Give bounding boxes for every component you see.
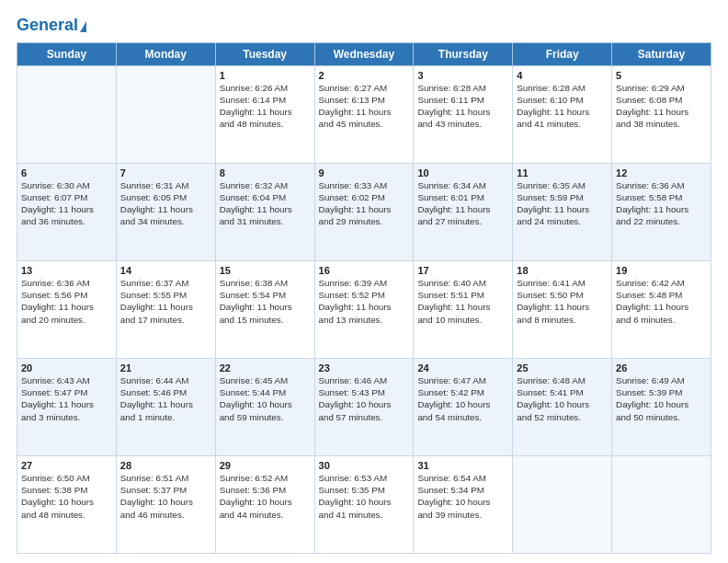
calendar-cell: 1Sunrise: 6:26 AM Sunset: 6:14 PM Daylig…: [215, 65, 314, 163]
day-info: Sunrise: 6:50 AM Sunset: 5:38 PM Dayligh…: [21, 472, 112, 521]
day-info: Sunrise: 6:30 AM Sunset: 6:07 PM Dayligh…: [21, 179, 112, 228]
logo-text: General: [17, 17, 78, 35]
calendar-header-row: SundayMondayTuesdayWednesdayThursdayFrid…: [17, 42, 711, 65]
day-number: 23: [319, 362, 410, 373]
day-info: Sunrise: 6:47 AM Sunset: 5:42 PM Dayligh…: [417, 374, 508, 423]
col-header-wednesday: Wednesday: [314, 42, 414, 65]
calendar-cell: 10Sunrise: 6:34 AM Sunset: 6:01 PM Dayli…: [414, 163, 513, 260]
day-number: 10: [417, 167, 508, 178]
day-number: 6: [21, 167, 112, 178]
day-info: Sunrise: 6:38 AM Sunset: 5:54 PM Dayligh…: [220, 277, 311, 326]
calendar-cell: 27Sunrise: 6:50 AM Sunset: 5:38 PM Dayli…: [17, 455, 117, 553]
day-info: Sunrise: 6:51 AM Sunset: 5:37 PM Dayligh…: [120, 472, 211, 521]
calendar-week-2: 6Sunrise: 6:30 AM Sunset: 6:07 PM Daylig…: [17, 163, 711, 260]
col-header-tuesday: Tuesday: [215, 42, 314, 65]
calendar-cell: 22Sunrise: 6:45 AM Sunset: 5:44 PM Dayli…: [215, 358, 314, 455]
page: General SundayMondayTuesdayWednesdayThur…: [0, 0, 728, 563]
day-number: 30: [319, 460, 410, 471]
day-number: 27: [21, 460, 112, 471]
day-number: 8: [220, 167, 311, 178]
day-number: 15: [220, 265, 311, 276]
day-info: Sunrise: 6:33 AM Sunset: 6:02 PM Dayligh…: [319, 179, 410, 228]
day-number: 21: [120, 362, 211, 373]
day-info: Sunrise: 6:41 AM Sunset: 5:50 PM Dayligh…: [517, 277, 608, 326]
day-info: Sunrise: 6:34 AM Sunset: 6:01 PM Dayligh…: [417, 179, 508, 228]
day-info: Sunrise: 6:28 AM Sunset: 6:11 PM Dayligh…: [417, 82, 508, 131]
day-info: Sunrise: 6:45 AM Sunset: 5:44 PM Dayligh…: [220, 374, 311, 423]
calendar-cell: 21Sunrise: 6:44 AM Sunset: 5:46 PM Dayli…: [116, 358, 215, 455]
calendar-cell: 31Sunrise: 6:54 AM Sunset: 5:34 PM Dayli…: [414, 455, 513, 553]
calendar-cell: 20Sunrise: 6:43 AM Sunset: 5:47 PM Dayli…: [17, 358, 117, 455]
day-number: 16: [319, 265, 410, 276]
day-info: Sunrise: 6:35 AM Sunset: 5:59 PM Dayligh…: [517, 179, 608, 228]
col-header-sunday: Sunday: [17, 42, 117, 65]
day-number: 22: [220, 362, 311, 373]
day-info: Sunrise: 6:54 AM Sunset: 5:34 PM Dayligh…: [417, 472, 508, 521]
calendar-cell: 15Sunrise: 6:38 AM Sunset: 5:54 PM Dayli…: [215, 260, 314, 358]
day-info: Sunrise: 6:39 AM Sunset: 5:52 PM Dayligh…: [319, 277, 410, 326]
day-info: Sunrise: 6:36 AM Sunset: 5:56 PM Dayligh…: [21, 277, 112, 326]
calendar-cell: 4Sunrise: 6:28 AM Sunset: 6:10 PM Daylig…: [513, 65, 612, 163]
day-number: 2: [319, 70, 410, 81]
day-info: Sunrise: 6:36 AM Sunset: 5:58 PM Dayligh…: [616, 179, 707, 228]
day-number: 25: [517, 362, 608, 373]
calendar-week-5: 27Sunrise: 6:50 AM Sunset: 5:38 PM Dayli…: [17, 455, 711, 553]
calendar-week-1: 1Sunrise: 6:26 AM Sunset: 6:14 PM Daylig…: [17, 65, 711, 163]
day-info: Sunrise: 6:42 AM Sunset: 5:48 PM Dayligh…: [616, 277, 707, 326]
day-info: Sunrise: 6:37 AM Sunset: 5:55 PM Dayligh…: [120, 277, 211, 326]
day-info: Sunrise: 6:48 AM Sunset: 5:41 PM Dayligh…: [517, 374, 608, 423]
calendar-cell: 30Sunrise: 6:53 AM Sunset: 5:35 PM Dayli…: [314, 455, 414, 553]
day-number: 11: [517, 167, 608, 178]
day-number: 9: [319, 167, 410, 178]
day-info: Sunrise: 6:44 AM Sunset: 5:46 PM Dayligh…: [120, 374, 211, 423]
header: General: [17, 17, 711, 33]
day-number: 28: [120, 460, 211, 471]
day-number: 4: [517, 70, 608, 81]
day-number: 26: [616, 362, 707, 373]
calendar-cell: 11Sunrise: 6:35 AM Sunset: 5:59 PM Dayli…: [513, 163, 612, 260]
calendar-cell: 28Sunrise: 6:51 AM Sunset: 5:37 PM Dayli…: [116, 455, 215, 553]
calendar-table: SundayMondayTuesdayWednesdayThursdayFrid…: [17, 42, 711, 554]
day-number: 7: [120, 167, 211, 178]
calendar-cell: 12Sunrise: 6:36 AM Sunset: 5:58 PM Dayli…: [612, 163, 711, 260]
col-header-friday: Friday: [513, 42, 612, 65]
calendar-cell: 26Sunrise: 6:49 AM Sunset: 5:39 PM Dayli…: [612, 358, 711, 455]
calendar-cell: 3Sunrise: 6:28 AM Sunset: 6:11 PM Daylig…: [414, 65, 513, 163]
day-number: 13: [21, 265, 112, 276]
day-number: 19: [616, 265, 707, 276]
col-header-monday: Monday: [116, 42, 215, 65]
calendar-cell: 23Sunrise: 6:46 AM Sunset: 5:43 PM Dayli…: [314, 358, 414, 455]
day-info: Sunrise: 6:26 AM Sunset: 6:14 PM Dayligh…: [220, 82, 311, 131]
day-number: 1: [220, 70, 311, 81]
calendar-cell: [17, 65, 117, 163]
day-info: Sunrise: 6:32 AM Sunset: 6:04 PM Dayligh…: [220, 179, 311, 228]
day-number: 17: [417, 265, 508, 276]
calendar-cell: 5Sunrise: 6:29 AM Sunset: 6:08 PM Daylig…: [612, 65, 711, 163]
calendar-cell: [116, 65, 215, 163]
day-number: 31: [417, 460, 508, 471]
calendar-cell: 14Sunrise: 6:37 AM Sunset: 5:55 PM Dayli…: [116, 260, 215, 358]
day-info: Sunrise: 6:28 AM Sunset: 6:10 PM Dayligh…: [517, 82, 608, 131]
calendar-cell: 8Sunrise: 6:32 AM Sunset: 6:04 PM Daylig…: [215, 163, 314, 260]
day-info: Sunrise: 6:31 AM Sunset: 6:05 PM Dayligh…: [120, 179, 211, 228]
day-number: 12: [616, 167, 707, 178]
day-info: Sunrise: 6:46 AM Sunset: 5:43 PM Dayligh…: [319, 374, 410, 423]
calendar-cell: 16Sunrise: 6:39 AM Sunset: 5:52 PM Dayli…: [314, 260, 414, 358]
calendar-cell: [612, 455, 711, 553]
day-info: Sunrise: 6:52 AM Sunset: 5:36 PM Dayligh…: [220, 472, 311, 521]
calendar-week-4: 20Sunrise: 6:43 AM Sunset: 5:47 PM Dayli…: [17, 358, 711, 455]
calendar-cell: 18Sunrise: 6:41 AM Sunset: 5:50 PM Dayli…: [513, 260, 612, 358]
calendar-week-3: 13Sunrise: 6:36 AM Sunset: 5:56 PM Dayli…: [17, 260, 711, 358]
day-info: Sunrise: 6:49 AM Sunset: 5:39 PM Dayligh…: [616, 374, 707, 423]
calendar-cell: 9Sunrise: 6:33 AM Sunset: 6:02 PM Daylig…: [314, 163, 414, 260]
calendar-cell: 25Sunrise: 6:48 AM Sunset: 5:41 PM Dayli…: [513, 358, 612, 455]
calendar-cell: 17Sunrise: 6:40 AM Sunset: 5:51 PM Dayli…: [414, 260, 513, 358]
day-number: 24: [417, 362, 508, 373]
day-number: 5: [616, 70, 707, 81]
calendar-cell: 29Sunrise: 6:52 AM Sunset: 5:36 PM Dayli…: [215, 455, 314, 553]
calendar-cell: 24Sunrise: 6:47 AM Sunset: 5:42 PM Dayli…: [414, 358, 513, 455]
day-number: 29: [220, 460, 311, 471]
day-info: Sunrise: 6:43 AM Sunset: 5:47 PM Dayligh…: [21, 374, 112, 423]
calendar-cell: [513, 455, 612, 553]
day-number: 18: [517, 265, 608, 276]
